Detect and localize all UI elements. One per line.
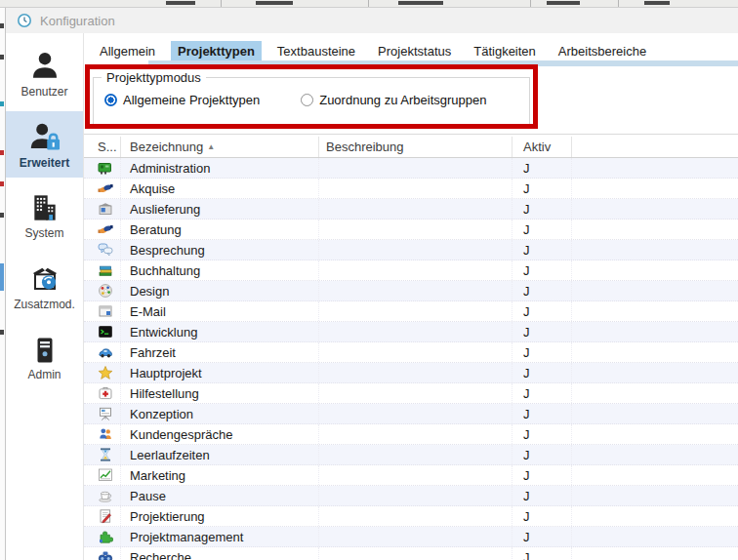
- aktiv-cell: J: [512, 342, 572, 362]
- bezeichnung-cell: Recherche: [121, 547, 319, 560]
- sidebar-item-admin[interactable]: Admin: [6, 325, 83, 391]
- tab-textbausteine[interactable]: Textbausteine: [270, 41, 362, 61]
- server-tower-icon: [30, 336, 60, 365]
- radio-option-0[interactable]: Allgemeine Projekttypen: [104, 93, 260, 107]
- table-row[interactable]: BeratungJ: [84, 220, 738, 240]
- radio-button[interactable]: [301, 94, 313, 106]
- symbol-cell: [84, 547, 121, 560]
- table-row[interactable]: MarketingJ: [84, 465, 738, 486]
- building-icon: [29, 192, 61, 223]
- tab-projekttypen[interactable]: Projekttypen: [171, 41, 262, 61]
- table-row[interactable]: FahrzeitJ: [84, 342, 738, 363]
- sidebar-item-label: Benutzer: [20, 85, 67, 99]
- filler-cell: [572, 363, 738, 382]
- filler-cell: [572, 465, 738, 485]
- background-fragment: [398, 1, 443, 5]
- bezeichnung-cell: Akquise: [121, 179, 319, 198]
- table-row[interactable]: KundengesprächeJ: [84, 424, 738, 445]
- window-titlebar[interactable]: Konfiguration: [6, 8, 738, 33]
- column-header-label: S...: [98, 140, 117, 154]
- sidebar-item-zusatzmod[interactable]: Zusatzmod.: [6, 254, 83, 320]
- console-icon: [98, 324, 113, 340]
- radio-label: Zuordnung zu Arbeitsgruppen: [319, 93, 486, 107]
- aktiv-cell: J: [512, 199, 572, 219]
- background-fragment: [644, 1, 670, 5]
- beschreibung-cell: [319, 281, 512, 300]
- table-row[interactable]: AuslieferungJ: [84, 199, 738, 220]
- bezeichnung-cell: Marketing: [121, 465, 319, 485]
- easel-icon: [98, 406, 113, 421]
- table-row[interactable]: ProjektierungJ: [84, 506, 738, 527]
- bezeichnung-cell: Kundengespräche: [121, 424, 319, 444]
- tab-arbeitsbereiche[interactable]: Arbeitsbereiche: [552, 41, 653, 61]
- symbol-cell: [84, 465, 121, 485]
- filler-cell: [572, 527, 738, 546]
- tab-allgemein[interactable]: Allgemein: [93, 41, 162, 61]
- aktiv-cell: J: [512, 424, 572, 444]
- table-row[interactable]: HilfestellungJ: [84, 383, 738, 404]
- tab-bar: AllgemeinProjekttypenTextbausteineProjek…: [93, 41, 738, 61]
- background-fragment: [0, 330, 4, 335]
- column-header-bezeichnung[interactable]: Bezeichnung▲: [121, 137, 319, 157]
- background-window-strip: [0, 0, 738, 8]
- table-row[interactable]: AdministrationJ: [84, 158, 738, 179]
- filler-cell: [572, 281, 738, 300]
- sidebar-item-system[interactable]: System: [6, 182, 83, 249]
- konfiguration-window: Konfiguration BenutzerErweitertSystemZus…: [6, 8, 738, 560]
- beschreibung-cell: [319, 486, 512, 505]
- bezeichnung-cell: Hilfestellung: [121, 383, 319, 403]
- table-row[interactable]: KonzeptionJ: [84, 404, 738, 424]
- table-row[interactable]: PauseJ: [84, 486, 738, 506]
- chart-icon: [98, 467, 113, 483]
- sidebar-item-label: Erweitert: [20, 156, 69, 170]
- sidebar-item-erweitert[interactable]: Erweitert: [6, 111, 83, 178]
- background-fragment: [368, 0, 369, 7]
- bezeichnung-cell: Auslieferung: [121, 199, 319, 219]
- table-row[interactable]: DesignJ: [84, 281, 738, 301]
- radio-option-1[interactable]: Zuordnung zu Arbeitsgruppen: [301, 93, 486, 107]
- tab-tätigkeiten[interactable]: Tätigkeiten: [467, 41, 543, 61]
- beschreibung-cell: [319, 199, 512, 219]
- table-row[interactable]: ProjektmanagementJ: [84, 527, 738, 547]
- column-header-beschreibung[interactable]: Beschreibung: [319, 137, 512, 157]
- tab-underline-strip: [148, 60, 738, 66]
- table-row[interactable]: BuchhaltungJ: [84, 260, 738, 281]
- first-aid-icon: [98, 385, 113, 401]
- filler-cell: [572, 240, 738, 260]
- beschreibung-cell: [319, 527, 512, 546]
- column-header-symbol[interactable]: S...: [84, 137, 121, 157]
- table-row[interactable]: HauptprojektJ: [84, 363, 738, 383]
- beschreibung-cell: [319, 158, 512, 178]
- background-fragment: [530, 0, 531, 7]
- radio-button[interactable]: [104, 94, 117, 106]
- sort-asc-icon: ▲: [207, 142, 215, 151]
- background-fragment: [0, 181, 4, 186]
- table-row[interactable]: LeerlaufzeitenJ: [84, 445, 738, 465]
- table-row[interactable]: EntwicklungJ: [84, 322, 738, 342]
- symbol-cell: [84, 424, 121, 444]
- content-area: AllgemeinProjekttypenTextbausteineProjek…: [84, 33, 738, 560]
- bezeichnung-cell: Design: [121, 281, 319, 300]
- bezeichnung-cell: Leerlaufzeiten: [121, 445, 319, 464]
- people-icon: [98, 426, 113, 442]
- beschreibung-cell: [319, 404, 512, 423]
- table-row[interactable]: E-MailJ: [84, 301, 738, 322]
- books-icon: [98, 262, 113, 278]
- tab-projektstatus[interactable]: Projektstatus: [371, 41, 458, 61]
- aktiv-cell: J: [512, 301, 572, 321]
- sidebar-item-benutzer[interactable]: Benutzer: [6, 40, 83, 106]
- background-fragment: [0, 213, 4, 218]
- projekttypen-table: S...Bezeichnung▲BeschreibungAktiv Admini…: [84, 137, 738, 560]
- column-header-aktiv[interactable]: Aktiv: [512, 137, 572, 157]
- symbol-cell: [84, 445, 121, 464]
- table-row[interactable]: RechercheJ: [84, 547, 738, 560]
- bezeichnung-cell: Projektierung: [121, 506, 319, 526]
- aktiv-cell: J: [512, 445, 572, 464]
- panel-divider: [84, 134, 738, 135]
- sidebar: BenutzerErweitertSystemZusatzmod.Admin: [6, 33, 84, 560]
- table-row[interactable]: BesprechungJ: [84, 240, 738, 260]
- filler-cell: [572, 179, 738, 198]
- symbol-cell: [84, 322, 121, 341]
- table-row[interactable]: AkquiseJ: [84, 179, 738, 199]
- user-icon: [28, 49, 62, 82]
